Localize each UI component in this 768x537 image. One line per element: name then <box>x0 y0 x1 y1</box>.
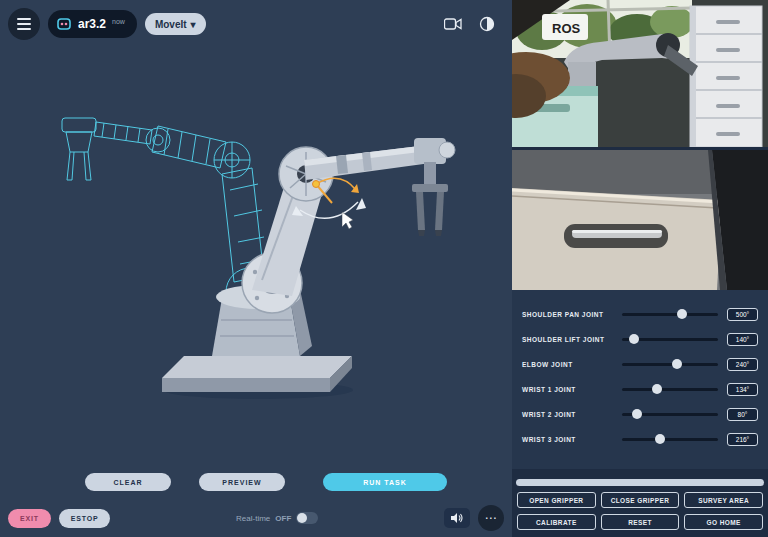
realtime-toggle[interactable] <box>296 512 318 524</box>
planner-dropdown[interactable]: MoveIt ▾ <box>145 13 206 35</box>
joint-label: SHOULDER PAN JOINT <box>522 311 622 318</box>
estop-button[interactable]: ESTOP <box>59 509 111 528</box>
action-buttons: OPEN GRIPPER CLOSE GRIPPER SURVEY AREA C… <box>512 492 768 537</box>
video-camera-icon[interactable] <box>440 13 466 35</box>
joint-row-shoulder-lift: SHOULDER LIFT JOINT 140° <box>522 327 758 352</box>
camera-feed-gripper <box>512 150 768 290</box>
joint-controls: SHOULDER PAN JOINT 500° SHOULDER LIFT JO… <box>512 290 768 469</box>
wrist-2-slider[interactable] <box>622 413 718 416</box>
joint-label: WRIST 3 JOINT <box>522 436 622 443</box>
clear-button[interactable]: CLEAR <box>85 473 171 491</box>
joint-row-wrist-3: WRIST 3 JOINT 216° <box>522 427 758 452</box>
slider-thumb[interactable] <box>655 434 665 444</box>
joint-row-elbow: ELBOW JOINT 240° <box>522 352 758 377</box>
exit-button[interactable]: EXIT <box>8 509 51 528</box>
close-gripper-button[interactable]: CLOSE GRIPPER <box>601 492 680 508</box>
contrast-icon[interactable] <box>474 13 500 35</box>
slider-thumb[interactable] <box>672 359 682 369</box>
menu-button[interactable] <box>8 8 40 40</box>
run-task-button[interactable]: RUN TASK <box>323 473 447 491</box>
joint-label: ELBOW JOINT <box>522 361 622 368</box>
slider-thumb[interactable] <box>677 309 687 319</box>
calibrate-button[interactable]: CALIBRATE <box>517 514 596 530</box>
slider-thumb[interactable] <box>629 334 639 344</box>
slider-thumb[interactable] <box>632 409 642 419</box>
reset-button[interactable]: RESET <box>601 514 680 530</box>
shoulder-lift-slider[interactable] <box>622 338 718 341</box>
speaker-icon <box>450 512 464 524</box>
panel-scrollbar[interactable] <box>516 479 764 486</box>
solid-robot <box>162 138 455 392</box>
robot-control-app: ar3.2 now MoveIt ▾ <box>0 0 768 537</box>
speaker-button[interactable] <box>444 508 470 528</box>
joint-value: 80° <box>727 408 758 421</box>
realtime-control: Real-time OFF <box>236 512 318 524</box>
app-title: ar3.2 <box>78 17 106 31</box>
open-gripper-button[interactable]: OPEN GRIPPER <box>517 492 596 508</box>
topbar: ar3.2 now MoveIt ▾ <box>8 8 500 40</box>
joint-value: 140° <box>727 333 758 346</box>
joint-label: WRIST 1 JOINT <box>522 386 622 393</box>
footer-bar: EXIT ESTOP Real-time OFF ⋯ <box>8 507 504 529</box>
joint-value: 240° <box>727 358 758 371</box>
realtime-label: Real-time <box>236 514 270 523</box>
joint-value: 500° <box>727 308 758 321</box>
joint-row-wrist-1: WRIST 1 JOINT 134° <box>522 377 758 402</box>
viewport-panel: ar3.2 now MoveIt ▾ <box>0 0 512 537</box>
joint-label: SHOULDER LIFT JOINT <box>522 336 622 343</box>
wrist-3-slider[interactable] <box>622 438 718 441</box>
preview-button[interactable]: PREVIEW <box>199 473 285 491</box>
go-home-button[interactable]: GO HOME <box>684 514 763 530</box>
joint-label: WRIST 2 JOINT <box>522 411 622 418</box>
more-button[interactable]: ⋯ <box>478 505 504 531</box>
joint-row-wrist-2: WRIST 2 JOINT 80° <box>522 402 758 427</box>
camera-feed-overview: ROS <box>512 0 768 147</box>
survey-area-button[interactable]: SURVEY AREA <box>684 492 763 508</box>
toggle-knob <box>297 513 307 523</box>
robot-logo-icon <box>56 16 72 32</box>
joint-row-shoulder-pan: SHOULDER PAN JOINT 500° <box>522 302 758 327</box>
joint-value: 216° <box>727 433 758 446</box>
control-panel: ROS <box>512 0 768 537</box>
realtime-state: OFF <box>275 514 291 523</box>
ros-sign-text: ROS <box>552 21 581 36</box>
chevron-down-icon: ▾ <box>191 19 196 30</box>
3d-viewport[interactable] <box>0 40 512 460</box>
elbow-slider[interactable] <box>622 363 718 366</box>
planner-label: MoveIt <box>155 19 187 30</box>
slider-thumb[interactable] <box>652 384 662 394</box>
status-badge: now <box>112 18 125 25</box>
joint-value: 134° <box>727 383 758 396</box>
cursor-pointer-icon <box>342 212 353 229</box>
app-logo-pill: ar3.2 now <box>48 10 137 38</box>
wrist-1-slider[interactable] <box>622 388 718 391</box>
shoulder-pan-slider[interactable] <box>622 313 718 316</box>
